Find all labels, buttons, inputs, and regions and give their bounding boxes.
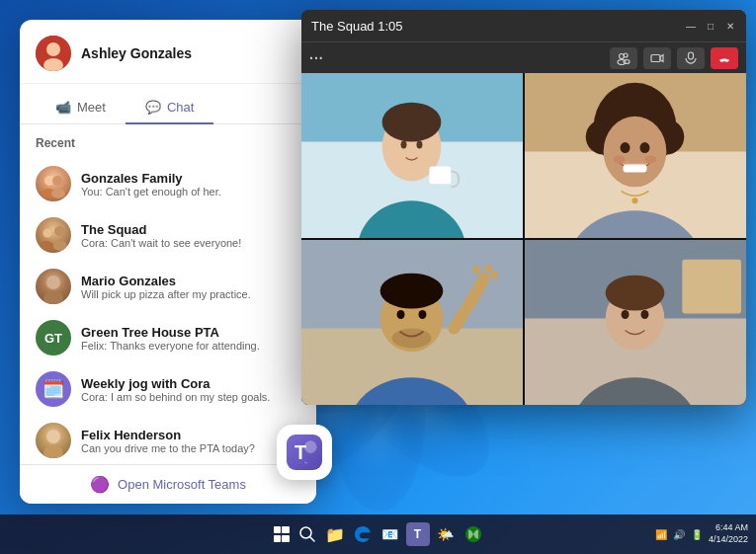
svg-rect-52 [624,164,647,172]
chat-panel-header: Ashley Gonzales [20,20,316,84]
weekly-jog-preview: Cora: I am so behind on my step goals. [81,391,300,403]
close-button[interactable]: ✕ [724,20,736,32]
contact-felix[interactable]: Felix Henderson Can you drive me to the … [20,415,316,466]
end-call-button[interactable] [711,47,738,69]
svg-point-17 [54,226,64,236]
svg-point-40 [416,141,422,149]
svg-point-11 [36,36,71,71]
mario-avatar [36,269,71,304]
video-cell-p4 [525,240,746,405]
gonzales-family-preview: You: Can't get enough of her. [81,186,300,198]
the-squad-name: The Squad [81,222,300,237]
gonzales-family-info: Gonzales Family You: Can't get enough of… [81,171,300,198]
svg-point-23 [43,445,63,458]
green-tree-name: Green Tree House PTA [81,325,300,340]
participant-3-video [301,240,523,405]
taskbar-center: 📁 📧 T 🌤️ [272,522,485,546]
tab-meet[interactable]: 📹 Meet [36,92,126,124]
green-tree-avatar: GT [36,320,71,356]
svg-point-60 [380,274,444,309]
chat-panel: Ashley Gonzales 📹 Meet 💬 Chat Recent [20,20,316,504]
svg-point-73 [606,276,665,311]
contact-gonzales-family[interactable]: Gonzales Family You: Can't get enough of… [20,158,316,209]
video-titlebar: The Squad 1:05 — □ ✕ [301,10,746,41]
chat-icon: 💬 [145,100,161,115]
svg-point-15 [51,189,65,198]
edge-button[interactable] [351,522,375,546]
gonzales-family-name: Gonzales Family [81,171,300,186]
mario-preview: Will pick up pizza after my practice. [81,288,300,300]
tab-chat[interactable]: 💬 Chat [126,92,213,124]
contact-weekly-jog[interactable]: 🗓️ Weekly jog with Cora Cora: I am so be… [20,363,316,415]
video-cell-p2 [525,73,746,238]
file-explorer-button[interactable]: 📁 [323,522,347,546]
svg-point-21 [43,291,63,304]
widgets-button[interactable]: 🌤️ [434,522,458,546]
svg-point-74 [622,310,630,319]
volume-icon: 🔊 [673,529,685,540]
svg-point-20 [46,276,60,289]
maximize-button[interactable]: □ [705,20,716,32]
svg-rect-30 [651,54,660,61]
svg-point-75 [640,310,648,319]
mail-button[interactable]: 📧 [378,522,402,546]
svg-point-16 [43,229,52,238]
video-cell-p3 [301,240,523,405]
camera-button[interactable] [643,47,671,69]
svg-point-78 [304,440,317,453]
tab-bar: 📹 Meet 💬 Chat [20,84,316,124]
teams-taskbar-button[interactable]: T [406,522,430,546]
green-tree-info: Green Tree House PTA Felix: Thanks every… [81,325,300,352]
svg-point-62 [397,310,405,319]
date: 4/14/2022 [709,534,748,546]
the-squad-preview: Cora: Can't wait to see everyone! [81,237,300,249]
svg-point-49 [604,117,667,188]
svg-point-53 [614,156,626,164]
svg-point-55 [632,198,638,203]
svg-point-18 [40,241,53,251]
video-cell-p1 [301,73,523,238]
teams-icon: 🟣 [90,475,110,494]
open-teams-label: Open Microsoft Teams [118,477,246,492]
svg-point-51 [639,142,649,153]
contact-list: Gonzales Family You: Can't get enough of… [20,158,316,494]
video-toolbar: ··· [301,41,746,73]
participant-2-video [525,73,746,238]
the-squad-avatar [36,217,71,253]
svg-point-29 [624,59,630,63]
mic-button[interactable] [677,47,705,69]
svg-point-66 [484,265,492,273]
battery-icon: 🔋 [691,529,703,540]
mario-name: Mario Gonzales [81,274,300,288]
video-icon: 📹 [55,100,71,115]
svg-point-65 [472,266,480,274]
svg-point-22 [46,430,60,443]
contact-the-squad[interactable]: The Squad Cora: Can't wait to see everyo… [20,209,316,261]
svg-point-27 [624,53,628,57]
felix-info: Felix Henderson Can you drive me to the … [81,428,300,454]
user-name: Ashley Gonzales [81,45,192,61]
svg-point-13 [52,176,62,186]
more-options-button[interactable]: ··· [309,50,324,66]
green-tree-preview: Felix: Thanks everyone for attending. [81,340,300,352]
teams-floating-icon[interactable]: T [277,425,332,480]
xbox-button[interactable] [462,522,485,546]
user-avatar [36,36,71,71]
contact-green-tree[interactable]: GT Green Tree House PTA Felix: Thanks ev… [20,312,316,363]
search-button[interactable] [295,522,319,546]
minimize-button[interactable]: — [685,20,697,32]
network-icon: 📶 [655,529,667,540]
video-call-window: The Squad 1:05 — □ ✕ ··· [301,10,746,405]
contact-mario[interactable]: Mario Gonzales Will pick up pizza after … [20,261,316,312]
start-button[interactable] [272,524,292,544]
video-grid [301,73,746,405]
open-teams-button[interactable]: 🟣 Open Microsoft Teams [20,464,316,504]
svg-point-54 [644,156,656,164]
taskbar-right: 📶 🔊 🔋 6:44 AM 4/14/2022 [655,522,748,545]
recent-label: Recent [20,124,316,158]
svg-point-67 [490,272,498,279]
svg-point-19 [53,241,67,251]
participants-button[interactable] [610,47,637,69]
clock[interactable]: 6:44 AM 4/14/2022 [709,522,748,545]
video-title: The Squad 1:05 [311,19,403,34]
